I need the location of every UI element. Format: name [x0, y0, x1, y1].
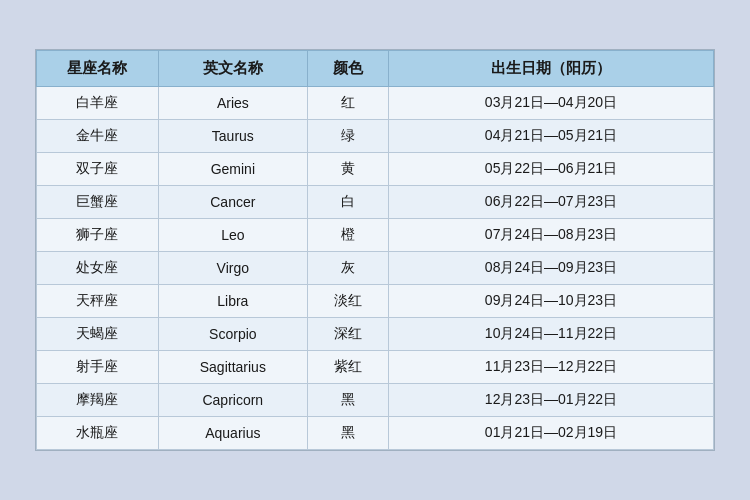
- cell-chinese: 巨蟹座: [37, 186, 159, 219]
- cell-chinese: 狮子座: [37, 219, 159, 252]
- header-chinese: 星座名称: [37, 51, 159, 87]
- cell-chinese: 金牛座: [37, 120, 159, 153]
- cell-date: 10月24日—11月22日: [389, 318, 714, 351]
- cell-date: 04月21日—05月21日: [389, 120, 714, 153]
- cell-color: 橙: [307, 219, 388, 252]
- zodiac-table-container: 星座名称 英文名称 颜色 出生日期（阳历） 白羊座Aries红03月21日—04…: [35, 49, 715, 451]
- cell-color: 淡红: [307, 285, 388, 318]
- cell-date: 01月21日—02月19日: [389, 417, 714, 450]
- table-row: 巨蟹座Cancer白06月22日—07月23日: [37, 186, 714, 219]
- cell-date: 06月22日—07月23日: [389, 186, 714, 219]
- cell-chinese: 天蝎座: [37, 318, 159, 351]
- cell-english: Leo: [158, 219, 307, 252]
- cell-english: Capricorn: [158, 384, 307, 417]
- table-header-row: 星座名称 英文名称 颜色 出生日期（阳历）: [37, 51, 714, 87]
- cell-color: 深红: [307, 318, 388, 351]
- cell-english: Virgo: [158, 252, 307, 285]
- cell-english: Libra: [158, 285, 307, 318]
- cell-english: Scorpio: [158, 318, 307, 351]
- header-color: 颜色: [307, 51, 388, 87]
- cell-date: 03月21日—04月20日: [389, 87, 714, 120]
- cell-date: 12月23日—01月22日: [389, 384, 714, 417]
- cell-color: 紫红: [307, 351, 388, 384]
- cell-color: 黄: [307, 153, 388, 186]
- table-row: 白羊座Aries红03月21日—04月20日: [37, 87, 714, 120]
- table-row: 双子座Gemini黄05月22日—06月21日: [37, 153, 714, 186]
- table-row: 金牛座Taurus绿04月21日—05月21日: [37, 120, 714, 153]
- cell-english: Cancer: [158, 186, 307, 219]
- cell-date: 05月22日—06月21日: [389, 153, 714, 186]
- cell-chinese: 摩羯座: [37, 384, 159, 417]
- cell-date: 11月23日—12月22日: [389, 351, 714, 384]
- cell-color: 白: [307, 186, 388, 219]
- header-date: 出生日期（阳历）: [389, 51, 714, 87]
- cell-chinese: 白羊座: [37, 87, 159, 120]
- cell-english: Gemini: [158, 153, 307, 186]
- cell-chinese: 水瓶座: [37, 417, 159, 450]
- cell-english: Aquarius: [158, 417, 307, 450]
- zodiac-table: 星座名称 英文名称 颜色 出生日期（阳历） 白羊座Aries红03月21日—04…: [36, 50, 714, 450]
- table-row: 天秤座Libra淡红09月24日—10月23日: [37, 285, 714, 318]
- table-row: 狮子座Leo橙07月24日—08月23日: [37, 219, 714, 252]
- table-row: 天蝎座Scorpio深红10月24日—11月22日: [37, 318, 714, 351]
- cell-chinese: 射手座: [37, 351, 159, 384]
- cell-color: 红: [307, 87, 388, 120]
- cell-color: 黑: [307, 417, 388, 450]
- cell-english: Sagittarius: [158, 351, 307, 384]
- cell-chinese: 双子座: [37, 153, 159, 186]
- cell-english: Aries: [158, 87, 307, 120]
- cell-english: Taurus: [158, 120, 307, 153]
- header-english: 英文名称: [158, 51, 307, 87]
- cell-color: 黑: [307, 384, 388, 417]
- cell-chinese: 天秤座: [37, 285, 159, 318]
- cell-date: 09月24日—10月23日: [389, 285, 714, 318]
- cell-date: 07月24日—08月23日: [389, 219, 714, 252]
- table-row: 摩羯座Capricorn黑12月23日—01月22日: [37, 384, 714, 417]
- cell-date: 08月24日—09月23日: [389, 252, 714, 285]
- cell-chinese: 处女座: [37, 252, 159, 285]
- cell-color: 绿: [307, 120, 388, 153]
- table-row: 处女座Virgo灰08月24日—09月23日: [37, 252, 714, 285]
- cell-color: 灰: [307, 252, 388, 285]
- table-row: 射手座Sagittarius紫红11月23日—12月22日: [37, 351, 714, 384]
- table-row: 水瓶座Aquarius黑01月21日—02月19日: [37, 417, 714, 450]
